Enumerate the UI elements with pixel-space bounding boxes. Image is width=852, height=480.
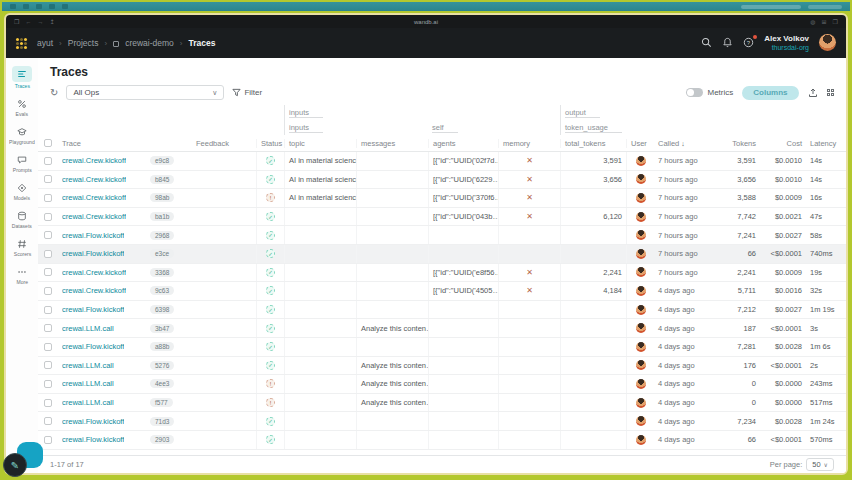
cost-cell: $0.0009 bbox=[760, 264, 806, 282]
sidebar-item-evals[interactable]: Evals bbox=[7, 95, 37, 120]
metrics-toggle[interactable] bbox=[686, 88, 703, 97]
row-checkbox[interactable] bbox=[44, 194, 52, 202]
search-icon[interactable] bbox=[701, 37, 712, 48]
trace-link[interactable]: crewai.Flow.kickoff bbox=[62, 417, 124, 426]
table-row[interactable]: crewai.Flow.kickoff 2968 ✓ 7 hours ago 7… bbox=[38, 226, 846, 245]
row-checkbox[interactable] bbox=[44, 436, 52, 444]
trace-id-badge: 6398 bbox=[150, 305, 174, 314]
trace-link[interactable]: crewai.Crew.kickoff bbox=[62, 193, 126, 202]
datasets-icon bbox=[16, 210, 28, 222]
row-checkbox[interactable] bbox=[44, 399, 52, 407]
table-row[interactable]: crewai.Crew.kickoff 98ab ! AI in materia… bbox=[38, 189, 846, 208]
trace-link[interactable]: crewai.Flow.kickoff bbox=[62, 231, 124, 240]
table-row[interactable]: crewai.Flow.kickoff e3ce ✓ 7 hours ago 6… bbox=[38, 245, 846, 264]
col-header-feedback[interactable]: Feedback bbox=[192, 139, 256, 148]
table-row[interactable]: crewai.Crew.kickoff e9c8 ✓ AI in materia… bbox=[38, 152, 846, 171]
col-header-agents[interactable]: agents bbox=[428, 139, 498, 148]
export-icon[interactable] bbox=[808, 88, 818, 98]
col-header-trace[interactable]: Trace bbox=[58, 139, 146, 148]
feedback-cell bbox=[192, 375, 256, 393]
sidebar-item-datasets[interactable]: Datasets bbox=[7, 207, 37, 232]
row-checkbox[interactable] bbox=[44, 231, 52, 239]
chevron-down-icon: ∨ bbox=[212, 89, 217, 97]
trace-link[interactable]: crewai.Crew.kickoff bbox=[62, 156, 126, 165]
sidebar-item-prompts[interactable]: Prompts bbox=[7, 151, 37, 176]
trace-link[interactable]: crewai.Crew.kickoff bbox=[62, 212, 126, 221]
col-header-tokens[interactable]: Tokens bbox=[710, 139, 760, 148]
refresh-icon[interactable]: ↻ bbox=[50, 87, 58, 98]
row-checkbox[interactable] bbox=[44, 343, 52, 351]
trace-link[interactable]: crewai.LLM.call bbox=[62, 379, 114, 388]
tokens-cell: 3,591 bbox=[710, 152, 760, 170]
row-checkbox[interactable] bbox=[44, 361, 52, 369]
col-header-topic[interactable]: topic bbox=[284, 139, 356, 148]
col-header-status[interactable]: Status bbox=[256, 139, 284, 148]
row-checkbox[interactable] bbox=[44, 213, 52, 221]
row-checkbox[interactable] bbox=[44, 417, 52, 425]
select-all-checkbox[interactable] bbox=[44, 139, 52, 147]
row-checkbox[interactable] bbox=[44, 306, 52, 314]
col-header-memory[interactable]: memory bbox=[498, 139, 560, 148]
trace-link[interactable]: crewai.LLM.call bbox=[62, 398, 114, 407]
sidebar-item-scorers[interactable]: Scorers bbox=[7, 235, 37, 260]
row-checkbox[interactable] bbox=[44, 250, 52, 258]
help-icon[interactable]: ? bbox=[743, 37, 754, 48]
trace-link[interactable]: crewai.Flow.kickoff bbox=[62, 342, 124, 351]
ops-filter-select[interactable]: All Ops ∨ bbox=[66, 85, 224, 100]
trace-link[interactable]: crewai.LLM.call bbox=[62, 361, 114, 370]
breadcrumb-projects[interactable]: Projects bbox=[68, 38, 99, 48]
sidebar-item-models[interactable]: Models bbox=[7, 179, 37, 204]
messages-cell bbox=[356, 264, 428, 282]
trace-link[interactable]: crewai.Crew.kickoff bbox=[62, 268, 126, 277]
trace-link[interactable]: crewai.Flow.kickoff bbox=[62, 435, 124, 444]
table-row[interactable]: crewai.LLM.call f577 ! Analyze this cont… bbox=[38, 394, 846, 413]
table-row[interactable]: crewai.Flow.kickoff 2903 ✓ 4 days ago 66… bbox=[38, 431, 846, 450]
row-checkbox[interactable] bbox=[44, 157, 52, 165]
sidebar-item-playground[interactable]: Playground bbox=[7, 123, 37, 148]
col-header-cost[interactable]: Cost bbox=[760, 139, 806, 148]
memory-false-icon: ✕ bbox=[526, 212, 533, 221]
table-row[interactable]: crewai.Crew.kickoff ba1b ✓ [{"id":"UUID(… bbox=[38, 208, 846, 227]
avatar[interactable] bbox=[819, 34, 836, 51]
col-header-called[interactable]: Called ↓ bbox=[654, 139, 710, 148]
trace-link[interactable]: crewai.Crew.kickoff bbox=[62, 286, 126, 295]
filter-button[interactable]: Filter bbox=[232, 88, 262, 97]
breadcrumb-entity[interactable]: ayut bbox=[37, 38, 53, 48]
table-row[interactable]: crewai.Flow.kickoff 6398 ✓ 4 days ago 7,… bbox=[38, 301, 846, 320]
breadcrumb-project[interactable]: crewai-demo bbox=[125, 38, 174, 48]
user-block[interactable]: Alex Volkov thursdai-org bbox=[764, 34, 809, 51]
table-row[interactable]: crewai.Crew.kickoff 9c63 ✓ [{"id":"UUID(… bbox=[38, 282, 846, 301]
table-row[interactable]: crewai.Flow.kickoff 71d3 ✓ 4 days ago 7,… bbox=[38, 412, 846, 431]
toolbar: ↻ All Ops ∨ Filter Metrics Columns bbox=[38, 82, 846, 105]
row-checkbox[interactable] bbox=[44, 175, 52, 183]
row-checkbox[interactable] bbox=[44, 324, 52, 332]
row-checkbox[interactable] bbox=[44, 380, 52, 388]
columns-button[interactable]: Columns bbox=[742, 86, 798, 100]
called-cell: 4 days ago bbox=[654, 319, 710, 337]
address-bar[interactable]: wandb.ai bbox=[6, 19, 846, 25]
row-checkbox[interactable] bbox=[44, 287, 52, 295]
table-row[interactable]: crewai.LLM.call 4ee3 ! Analyze this cont… bbox=[38, 375, 846, 394]
col-header-total-tokens[interactable]: total_tokens bbox=[560, 139, 626, 148]
user-avatar bbox=[636, 249, 646, 259]
trace-link[interactable]: crewai.Flow.kickoff bbox=[62, 249, 124, 258]
table-row[interactable]: crewai.Crew.kickoff b845 ✓ AI in materia… bbox=[38, 171, 846, 190]
col-header-latency[interactable]: Latency bbox=[806, 139, 846, 148]
table-row[interactable]: crewai.LLM.call 5276 ✓ Analyze this cont… bbox=[38, 357, 846, 376]
row-checkbox[interactable] bbox=[44, 268, 52, 276]
trace-link[interactable]: crewai.Flow.kickoff bbox=[62, 305, 124, 314]
col-header-user[interactable]: User bbox=[626, 139, 654, 148]
col-header-messages[interactable]: messages bbox=[356, 139, 428, 148]
sidebar-item-more[interactable]: More bbox=[7, 263, 37, 288]
table-row[interactable]: crewai.Flow.kickoff a88b ✓ 4 days ago 7,… bbox=[38, 338, 846, 357]
trace-link[interactable]: crewai.LLM.call bbox=[62, 324, 114, 333]
wandb-logo-icon[interactable] bbox=[16, 38, 27, 49]
sidebar-item-traces[interactable]: Traces bbox=[7, 63, 37, 92]
notifications-bell-icon[interactable] bbox=[722, 37, 733, 48]
table-row[interactable]: crewai.Crew.kickoff 3368 ✓ [{"id":"UUID(… bbox=[38, 264, 846, 283]
per-page-select[interactable]: 50 ∨ bbox=[806, 458, 834, 471]
trace-link[interactable]: crewai.Crew.kickoff bbox=[62, 175, 126, 184]
settings-grid-icon[interactable] bbox=[827, 89, 835, 97]
table-row[interactable]: crewai.LLM.call 3b47 ✓ Analyze this cont… bbox=[38, 319, 846, 338]
total-tokens-cell bbox=[560, 245, 626, 263]
